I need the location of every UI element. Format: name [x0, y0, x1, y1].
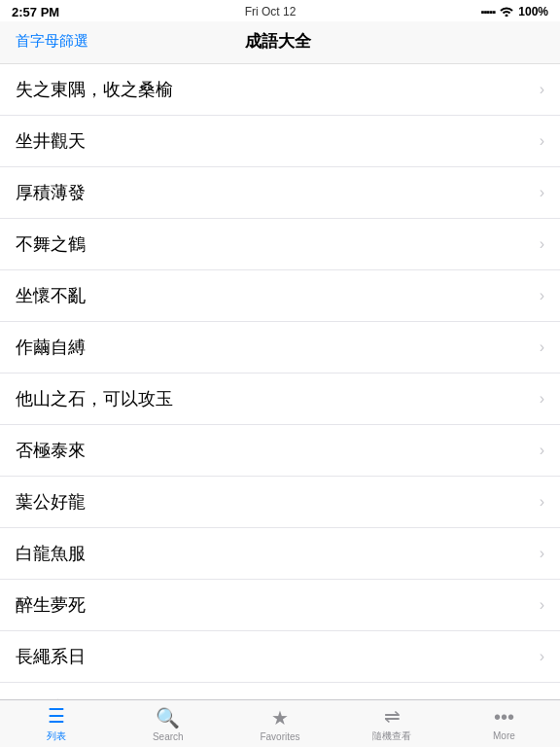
- page-title: 成語大全: [245, 30, 311, 53]
- chevron-icon-0: ›: [540, 81, 544, 98]
- item-text-3: 不舞之鶴: [16, 232, 532, 256]
- tab-search[interactable]: 🔍 Search: [112, 702, 224, 746]
- signal-icon: ▪▪▪▪▪: [481, 6, 496, 18]
- wifi-icon: [499, 5, 514, 19]
- list-item[interactable]: 醉生夢死 ›: [0, 580, 560, 631]
- list-item[interactable]: 坐井觀天 ›: [0, 116, 560, 167]
- item-text-0: 失之東隅，收之桑榆: [16, 78, 532, 101]
- tab-more[interactable]: ••• More: [448, 702, 560, 745]
- item-text-8: 葉公好龍: [16, 490, 532, 514]
- status-time: 2:57 PM: [12, 5, 59, 19]
- list-item[interactable]: 長繩系日 ›: [0, 631, 560, 683]
- chevron-icon-10: ›: [540, 596, 544, 614]
- chevron-icon-6: ›: [540, 390, 544, 408]
- list-item[interactable]: 不舞之鶴 ›: [0, 219, 560, 270]
- chevron-icon-1: ›: [540, 132, 544, 150]
- status-day: Fri Oct 12: [245, 5, 297, 18]
- tab-icon-list: ☰: [48, 704, 65, 728]
- item-text-4: 坐懷不亂: [16, 284, 532, 307]
- tab-list[interactable]: ☰ 列表: [0, 700, 112, 747]
- item-text-9: 白龍魚服: [16, 542, 532, 565]
- status-right-icons: ▪▪▪▪▪ 100%: [481, 5, 548, 19]
- list-item[interactable]: 坐懷不亂 ›: [0, 270, 560, 322]
- item-text-1: 坐井觀天: [16, 129, 532, 153]
- tab-icon-search: 🔍: [156, 706, 180, 729]
- chevron-icon-2: ›: [540, 184, 544, 201]
- list-item[interactable]: 醉翁之意不在酒 ›: [0, 683, 560, 699]
- tab-icon-random: ⇌: [384, 704, 401, 728]
- chevron-icon-5: ›: [540, 338, 544, 356]
- status-bar: 2:57 PM Fri Oct 12 ▪▪▪▪▪ 100%: [0, 0, 560, 21]
- chevron-icon-3: ›: [540, 235, 544, 253]
- tab-label-list: 列表: [47, 729, 66, 743]
- tab-icon-more: •••: [494, 706, 514, 729]
- tab-random[interactable]: ⇌ 隨機查看: [336, 700, 448, 747]
- tab-icon-favorites: ★: [271, 706, 289, 729]
- list-item[interactable]: 作繭自縛 ›: [0, 322, 560, 374]
- chevron-icon-8: ›: [540, 493, 544, 511]
- list-item[interactable]: 白龍魚服 ›: [0, 528, 560, 580]
- item-text-11: 長繩系日: [16, 645, 532, 668]
- list-item[interactable]: 厚積薄發 ›: [0, 167, 560, 219]
- tab-bar: ☰ 列表 🔍 Search ★ Favorites ⇌ 隨機查看 ••• Mor…: [0, 699, 560, 747]
- tab-label-search: Search: [153, 731, 184, 742]
- chevron-icon-7: ›: [540, 442, 544, 459]
- chevron-icon-4: ›: [540, 287, 544, 304]
- item-text-10: 醉生夢死: [16, 593, 532, 617]
- item-text-5: 作繭自縛: [16, 336, 532, 359]
- back-button[interactable]: 首字母篩選: [16, 32, 88, 51]
- idiom-list: 失之東隅，收之桑榆 › 坐井觀天 › 厚積薄發 › 不舞之鶴 › 坐懷不亂 › …: [0, 64, 560, 699]
- item-text-6: 他山之石，可以攻玉: [16, 387, 532, 410]
- tab-label-random: 隨機查看: [372, 729, 411, 743]
- tab-label-more: More: [493, 730, 515, 741]
- list-item[interactable]: 否極泰來 ›: [0, 425, 560, 477]
- list-item[interactable]: 他山之石，可以攻玉 ›: [0, 374, 560, 425]
- chevron-icon-11: ›: [540, 648, 544, 665]
- list-item[interactable]: 失之東隅，收之桑榆 ›: [0, 64, 560, 116]
- battery-icon: 100%: [518, 5, 548, 18]
- item-text-7: 否極泰來: [16, 439, 532, 462]
- chevron-icon-9: ›: [540, 545, 544, 562]
- list-item[interactable]: 葉公好龍 ›: [0, 477, 560, 528]
- tab-label-favorites: Favorites: [260, 731, 299, 742]
- nav-bar: 首字母篩選 成語大全: [0, 21, 560, 64]
- item-text-2: 厚積薄發: [16, 181, 532, 204]
- tab-favorites[interactable]: ★ Favorites: [224, 702, 335, 746]
